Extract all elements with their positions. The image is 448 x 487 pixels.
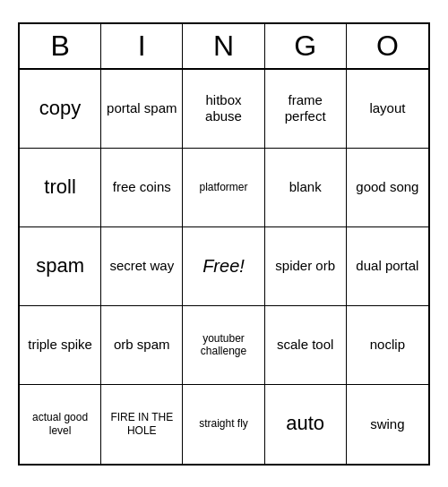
bingo-cell: free coins [101,149,183,227]
bingo-grid: copyportal spamhitbox abuseframe perfect… [20,70,428,464]
bingo-cell: platformer [183,149,264,227]
header-letter: O [347,24,428,68]
bingo-cell: youtuber challenge [183,306,264,385]
header-letter: G [265,24,347,68]
bingo-cell: auto [265,385,347,464]
bingo-cell: layout [347,70,428,149]
bingo-header: BINGO [20,24,428,70]
bingo-cell: secret way [101,227,183,306]
bingo-cell: good song [347,149,428,227]
bingo-cell: noclip [347,306,428,385]
bingo-cell: blank [265,149,347,227]
header-letter: B [20,24,101,68]
bingo-cell: triple spike [20,306,101,385]
bingo-cell: actual good level [20,385,101,464]
bingo-cell: hitbox abuse [183,70,264,149]
header-letter: N [183,24,264,68]
bingo-cell: dual portal [347,227,428,306]
bingo-cell: straight fly [183,385,264,464]
bingo-card: BINGO copyportal spamhitbox abuseframe p… [18,22,430,466]
bingo-cell: orb spam [101,306,183,385]
bingo-cell: spam [20,227,101,306]
bingo-cell: troll [20,149,101,227]
bingo-cell: scale tool [265,306,347,385]
bingo-cell: copy [20,70,101,149]
bingo-cell: frame perfect [265,70,347,149]
bingo-cell: FIRE IN THE HOLE [101,385,183,464]
bingo-cell: portal spam [101,70,183,149]
bingo-cell: spider orb [265,227,347,306]
bingo-cell: Free! [183,227,264,306]
header-letter: I [101,24,183,68]
bingo-cell: swing [347,385,428,464]
